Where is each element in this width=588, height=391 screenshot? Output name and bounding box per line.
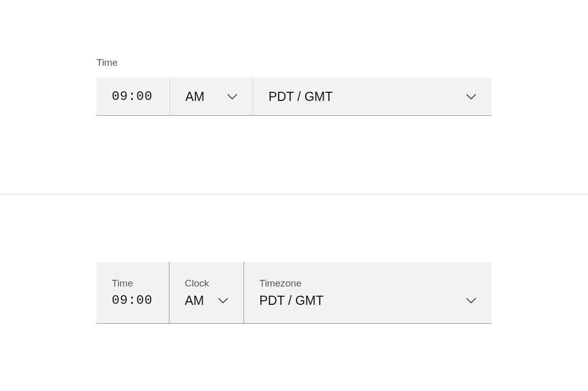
time-inline-label: Time	[112, 278, 154, 289]
time-field-group-inline: Time 09:00 Clock AM Timezone PDT / GMT	[96, 262, 492, 324]
chevron-down-icon	[466, 295, 476, 305]
timezone-value: PDT / GMT	[268, 89, 333, 104]
period-select[interactable]: AM	[170, 77, 253, 115]
time-value: 09:00	[112, 293, 153, 308]
time-label: Time	[96, 57, 492, 68]
clock-inline-label: Clock	[185, 278, 228, 289]
time-input[interactable]: Time 09:00	[96, 262, 169, 323]
time-field-group: 09:00 AM PDT / GMT	[96, 77, 492, 116]
time-picker-variant-2: Time 09:00 Clock AM Timezone PDT / GMT	[0, 195, 588, 324]
time-picker-variant-1: Time 09:00 AM PDT / GMT	[0, 0, 588, 116]
period-value: AM	[185, 89, 205, 104]
timezone-select[interactable]: PDT / GMT	[253, 77, 492, 115]
chevron-down-icon	[227, 91, 237, 101]
time-input[interactable]: 09:00	[96, 77, 170, 115]
period-select[interactable]: Clock AM	[169, 262, 244, 323]
timezone-inline-label: Timezone	[259, 278, 476, 289]
timezone-select[interactable]: Timezone PDT / GMT	[244, 262, 492, 323]
chevron-down-icon	[466, 91, 476, 101]
timezone-value: PDT / GMT	[259, 293, 324, 308]
time-value: 09:00	[112, 89, 153, 104]
period-value: AM	[185, 293, 204, 308]
chevron-down-icon	[218, 295, 228, 305]
